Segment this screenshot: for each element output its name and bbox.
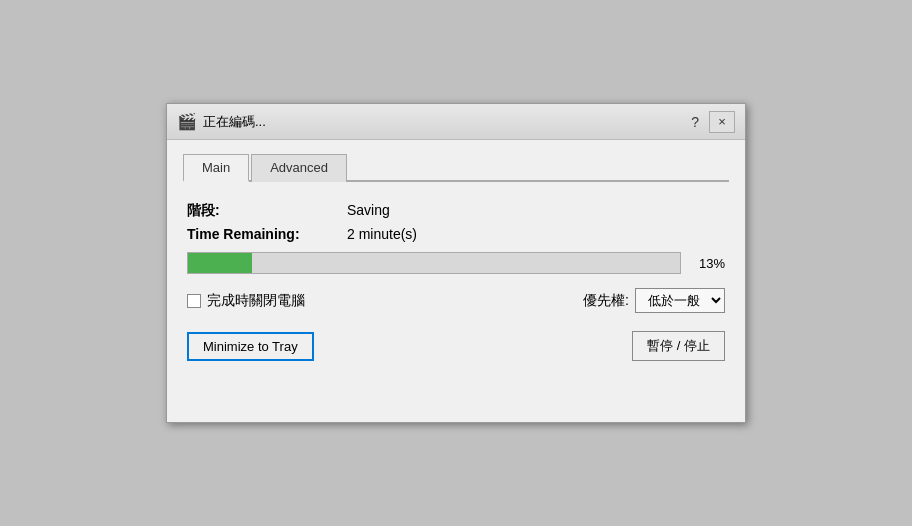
help-button[interactable]: ? <box>685 112 705 132</box>
progress-container: 13% <box>187 252 725 274</box>
checkbox-group: 完成時關閉電腦 <box>187 292 305 310</box>
content-area: 階段: Saving Time Remaining: 2 minute(s) 1… <box>183 198 729 365</box>
tab-main[interactable]: Main <box>183 154 249 182</box>
app-icon: 🎬 <box>177 112 197 131</box>
stage-value: Saving <box>347 202 390 218</box>
progress-percent-label: 13% <box>689 256 725 271</box>
time-label: Time Remaining: <box>187 226 347 242</box>
dialog-body: Main Advanced 階段: Saving Time Remaining:… <box>167 140 745 381</box>
time-row: Time Remaining: 2 minute(s) <box>187 226 725 242</box>
button-row: Minimize to Tray 暫停 / 停止 <box>187 331 725 361</box>
priority-select[interactable]: 即時 高 高於一般 一般 低於一般 低 <box>635 288 725 313</box>
shutdown-label: 完成時關閉電腦 <box>207 292 305 310</box>
title-bar-left: 🎬 正在編碼... <box>177 112 266 131</box>
priority-label: 優先權: <box>583 292 629 310</box>
controls-row: 完成時關閉電腦 優先權: 即時 高 高於一般 一般 低於一般 低 <box>187 288 725 313</box>
tabs-row: Main Advanced <box>183 152 729 182</box>
stage-row: 階段: Saving <box>187 202 725 220</box>
title-bar-right: ? × <box>685 111 735 133</box>
progress-bar-fill <box>188 253 252 273</box>
pause-stop-button[interactable]: 暫停 / 停止 <box>632 331 725 361</box>
window-title: 正在編碼... <box>203 113 266 131</box>
stage-label: 階段: <box>187 202 347 220</box>
close-button[interactable]: × <box>709 111 735 133</box>
time-value: 2 minute(s) <box>347 226 417 242</box>
minimize-to-tray-button[interactable]: Minimize to Tray <box>187 332 314 361</box>
shutdown-checkbox[interactable] <box>187 294 201 308</box>
title-bar: 🎬 正在編碼... ? × <box>167 104 745 140</box>
progress-bar-background <box>187 252 681 274</box>
priority-group: 優先權: 即時 高 高於一般 一般 低於一般 低 <box>583 288 725 313</box>
dialog-window: 🎬 正在編碼... ? × Main Advanced 階段: Saving T… <box>166 103 746 423</box>
tab-advanced[interactable]: Advanced <box>251 154 347 182</box>
